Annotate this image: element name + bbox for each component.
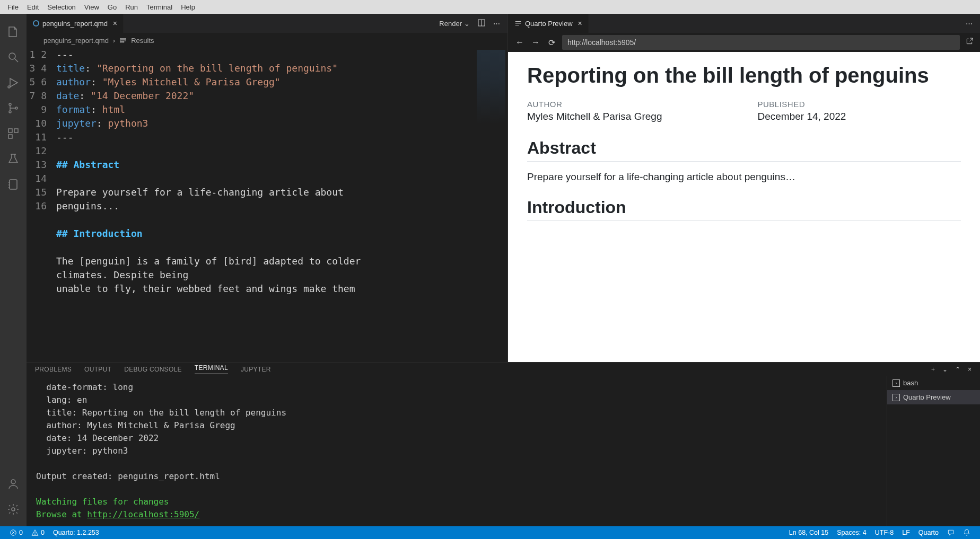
- status-lncol[interactable]: Ln 68, Col 15: [785, 529, 833, 536]
- search-icon[interactable]: [1, 45, 26, 70]
- status-feedback-icon[interactable]: [943, 529, 959, 536]
- abstract-heading: Abstract: [527, 138, 961, 162]
- status-eol[interactable]: LF: [898, 529, 914, 536]
- terminal-item-quarto[interactable]: › Quarto Preview: [887, 390, 980, 404]
- editor-tab-bar: penguins_report.qmd × Render ⌄ ⋯: [27, 14, 508, 33]
- status-language[interactable]: Quarto: [914, 529, 943, 536]
- code-editor[interactable]: 1 2 3 4 5 6 7 8 9 10 11 12 13 14 15 16 -…: [27, 48, 508, 362]
- editor-tab[interactable]: penguins_report.qmd ×: [27, 14, 124, 33]
- preview-icon: [514, 20, 522, 27]
- terminal-dropdown-icon[interactable]: ⌄: [942, 366, 948, 373]
- editor-right: Quarto Preview × ⋯ ← → ⟳: [508, 14, 980, 362]
- forward-icon[interactable]: →: [530, 38, 541, 47]
- reload-icon[interactable]: ⟳: [546, 38, 557, 48]
- split-editor-icon[interactable]: [477, 19, 486, 29]
- preview-tab-actions: ⋯: [966, 20, 980, 28]
- preview-tab[interactable]: Quarto Preview ×: [508, 14, 589, 33]
- status-spaces[interactable]: Spaces: 4: [833, 529, 871, 536]
- menu-file[interactable]: File: [3, 3, 23, 11]
- breadcrumb-file[interactable]: penguins_report.qmd: [43, 37, 109, 45]
- terminal-list: › bash › Quarto Preview: [887, 376, 980, 526]
- notebook-icon[interactable]: [1, 172, 26, 197]
- svg-rect-9: [8, 135, 12, 138]
- panel-tabs: PROBLEMS OUTPUT DEBUG CONSOLE TERMINAL J…: [27, 363, 980, 376]
- menu-view[interactable]: View: [80, 3, 103, 11]
- chevron-down-icon: ⌄: [464, 20, 470, 28]
- render-label: Render: [439, 20, 462, 28]
- menu-go[interactable]: Go: [103, 3, 121, 11]
- tab-problems[interactable]: PROBLEMS: [35, 366, 72, 373]
- settings-gear-icon[interactable]: [1, 497, 26, 522]
- more-actions-icon[interactable]: ⋯: [493, 20, 500, 28]
- breadcrumb-symbol[interactable]: Results: [131, 37, 154, 45]
- svg-rect-18: [120, 39, 126, 40]
- accounts-icon[interactable]: [1, 471, 26, 497]
- statusbar: 0 0 Quarto: 1.2.253 Ln 68, Col 15 Spaces…: [0, 526, 980, 539]
- menu-run[interactable]: Run: [121, 3, 142, 11]
- tab-debug-console[interactable]: DEBUG CONSOLE: [124, 366, 182, 373]
- menu-selection[interactable]: Selection: [43, 3, 80, 11]
- terminal-item-label: bash: [903, 379, 918, 387]
- tab-output[interactable]: OUTPUT: [84, 366, 111, 373]
- editors-row: penguins_report.qmd × Render ⌄ ⋯: [27, 14, 980, 362]
- new-terminal-icon[interactable]: +: [931, 366, 935, 373]
- extensions-icon[interactable]: [1, 121, 26, 146]
- author-value: Myles Mitchell & Parisa Gregg: [527, 111, 662, 122]
- more-actions-icon[interactable]: ⋯: [966, 20, 973, 28]
- preview-tab-label: Quarto Preview: [525, 20, 573, 28]
- close-tab-icon[interactable]: ×: [113, 19, 117, 28]
- explorer-icon[interactable]: [1, 19, 26, 45]
- run-debug-icon[interactable]: [1, 70, 26, 95]
- source-control-icon[interactable]: [1, 95, 26, 121]
- intro-heading: Introduction: [527, 198, 961, 221]
- svg-point-15: [12, 508, 15, 511]
- back-icon[interactable]: ←: [514, 38, 525, 47]
- line-gutter: 1 2 3 4 5 6 7 8 9 10 11 12 13 14 15 16: [27, 48, 56, 362]
- svg-rect-8: [14, 129, 18, 132]
- menu-terminal[interactable]: Terminal: [142, 3, 177, 11]
- svg-point-5: [9, 111, 11, 113]
- chevron-right-icon: ›: [113, 37, 115, 45]
- status-encoding[interactable]: UTF-8: [871, 529, 898, 536]
- svg-point-3: [8, 86, 10, 88]
- render-button[interactable]: Render ⌄: [439, 20, 470, 28]
- svg-rect-19: [120, 40, 126, 41]
- close-tab-icon[interactable]: ×: [578, 19, 582, 28]
- bottom-panel: PROBLEMS OUTPUT DEBUG CONSOLE TERMINAL J…: [27, 362, 980, 526]
- main-area: penguins_report.qmd × Render ⌄ ⋯: [0, 14, 980, 526]
- editor-tab-label: penguins_report.qmd: [42, 20, 108, 28]
- breadcrumb[interactable]: penguins_report.qmd › Results: [27, 33, 508, 48]
- abstract-text: Prepare yourself for a life-changing art…: [527, 171, 961, 183]
- menubar: File Edit Selection View Go Run Terminal…: [0, 0, 980, 14]
- minimap[interactable]: [477, 50, 505, 124]
- published-label: PUBLISHED: [757, 100, 846, 109]
- quarto-file-icon: [33, 20, 39, 26]
- open-external-icon[interactable]: [965, 37, 974, 48]
- terminal-shell-icon: ›: [892, 379, 900, 387]
- tab-jupyter[interactable]: JUPYTER: [241, 366, 271, 373]
- status-bell-icon[interactable]: [959, 529, 975, 536]
- preview-tab-bar: Quarto Preview × ⋯: [508, 14, 980, 33]
- status-warnings[interactable]: 0: [27, 529, 49, 536]
- terminal-item-label: Quarto Preview: [903, 393, 951, 401]
- preview-body[interactable]: Reporting on the bill length of penguins…: [508, 52, 980, 362]
- url-input[interactable]: [562, 35, 960, 50]
- status-quarto-version[interactable]: Quarto: 1.2.253: [49, 529, 103, 536]
- status-errors[interactable]: 0: [5, 529, 27, 536]
- menu-help[interactable]: Help: [177, 3, 199, 11]
- maximize-panel-icon[interactable]: ⌃: [955, 366, 960, 373]
- preview-toolbar: ← → ⟳: [508, 33, 980, 52]
- svg-rect-10: [10, 180, 17, 189]
- menu-edit[interactable]: Edit: [23, 3, 43, 11]
- terminal-output[interactable]: date-format: long lang: en title: Report…: [27, 376, 887, 526]
- svg-point-28: [35, 534, 36, 535]
- close-panel-icon[interactable]: ×: [968, 366, 972, 373]
- svg-point-6: [15, 107, 18, 109]
- preview-meta: AUTHOR Myles Mitchell & Parisa Gregg PUB…: [527, 100, 961, 122]
- terminal-item-bash[interactable]: › bash: [887, 376, 980, 390]
- tab-terminal[interactable]: TERMINAL: [195, 364, 228, 374]
- testing-icon[interactable]: [1, 146, 26, 172]
- editor-tab-actions: Render ⌄ ⋯: [439, 19, 508, 29]
- code-content[interactable]: --- title: "Reporting on the bill length…: [56, 48, 508, 362]
- content-column: penguins_report.qmd × Render ⌄ ⋯: [27, 14, 980, 526]
